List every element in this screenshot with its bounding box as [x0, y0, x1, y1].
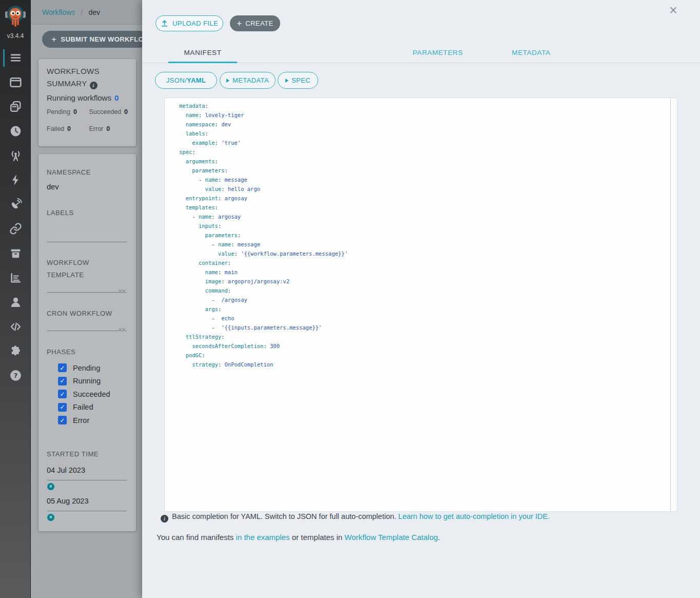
cron-workflow-label: CRON WORKFLOW	[47, 307, 112, 320]
breadcrumb-workflows-link[interactable]: Workflows	[42, 8, 75, 16]
breadcrumb-namespace: dev	[89, 8, 101, 16]
phase-label: Succeeded	[73, 390, 110, 398]
sidebar-item-bolt[interactable]	[0, 168, 31, 192]
phase-label: Running	[73, 377, 101, 385]
sidebar-item-archive[interactable]	[0, 241, 31, 266]
workflow-template-select[interactable]	[47, 292, 127, 293]
started-time-label: STARTED TIME	[47, 448, 99, 460]
satellite-icon	[9, 198, 22, 211]
start-date-input[interactable]: 04 Jul 2023	[47, 466, 85, 474]
sidebar-item-window[interactable]	[0, 70, 31, 95]
manifests-hint: You can find manifests in the examples o…	[157, 533, 440, 542]
code-line: parameters:	[179, 230, 348, 240]
running-count: 0	[114, 93, 119, 102]
tab-metadata[interactable]: METADATA	[497, 45, 566, 63]
link-icon	[9, 222, 22, 235]
code-line: spec:	[179, 147, 348, 157]
caret-right-icon	[285, 79, 288, 83]
json-label: JSON/	[166, 76, 187, 84]
sidebar-item-broadcast[interactable]	[0, 143, 31, 168]
end-date-underline	[47, 511, 127, 511]
breadcrumb-separator: /	[81, 8, 83, 16]
tab-parameters[interactable]: PARAMETERS	[403, 45, 472, 63]
summary-stats: Pending0Succeeded0Failed0Error0	[47, 106, 128, 135]
clear-start-date-button[interactable]: ×	[47, 483, 54, 490]
sidebar-item-code[interactable]	[0, 315, 31, 339]
copy-icon	[9, 100, 22, 113]
user-icon	[9, 296, 22, 308]
create-label: CREATE	[245, 20, 273, 27]
phase-label: Failed	[73, 403, 93, 411]
template-catalog-link[interactable]: Workflow Template Catalog	[344, 533, 438, 542]
sidebar-item-menu[interactable]	[0, 46, 31, 70]
labels-input[interactable]	[47, 242, 127, 242]
info-icon[interactable]: i	[90, 82, 98, 89]
code-line: - /argosay	[179, 295, 348, 304]
namespace-value[interactable]: dev	[47, 183, 59, 191]
code-line: name: main	[179, 267, 348, 277]
editor-scrollbar[interactable]	[670, 98, 677, 511]
chevron-down-icon[interactable]	[119, 327, 126, 331]
active-indicator	[3, 49, 5, 67]
json-yaml-toggle[interactable]: JSON/YAML	[155, 72, 217, 89]
metadata-expand-button[interactable]: METADATA	[220, 72, 276, 89]
sidebar-item-copy[interactable]	[0, 94, 31, 119]
cron-workflow-select[interactable]	[47, 331, 127, 331]
checkbox-succeeded[interactable]: ✓	[58, 390, 67, 398]
version-label: v3.4.4	[0, 32, 31, 40]
spec-expand-button[interactable]: SPEC	[278, 72, 318, 89]
check-icon: ✓	[60, 391, 65, 397]
phase-row-succeeded[interactable]: ✓Succeeded	[38, 388, 136, 401]
ide-autocompletion-link[interactable]: Learn how to get auto-completion in your…	[398, 512, 550, 520]
puzzle-icon	[9, 344, 22, 357]
checkbox-error[interactable]: ✓	[58, 416, 67, 425]
create-button[interactable]: + CREATE	[230, 15, 280, 31]
sidebar-item-puzzle[interactable]	[0, 339, 31, 363]
checkbox-running[interactable]: ✓	[58, 377, 67, 385]
filters-card: NAMESPACE dev LABELS WORKFLOW TEMPLATE C…	[38, 154, 136, 531]
code-line: strategy: OnPodCompletion	[179, 360, 348, 369]
code-line: - name: message	[179, 240, 348, 249]
phases-label: PHASES	[47, 346, 75, 358]
summary-stat: Pending0	[47, 106, 84, 118]
close-icon[interactable]: ×	[666, 3, 681, 18]
phase-label: Pending	[73, 364, 100, 372]
check-icon: ✓	[60, 404, 65, 410]
code-line: value: '{{workflow.parameters.message}}'	[179, 249, 348, 258]
left-nav: v3.4.4 ?	[0, 0, 31, 598]
namespace-label: NAMESPACE	[47, 166, 91, 179]
breadcrumb: Workflows / dev	[42, 8, 100, 17]
code-line: ttlStrategy:	[179, 332, 348, 341]
sidebar-item-help[interactable]: ?	[0, 363, 31, 388]
phase-row-error[interactable]: ✓Error	[38, 414, 136, 427]
check-icon: ✓	[60, 365, 65, 371]
phase-row-failed[interactable]: ✓Failed	[38, 401, 136, 414]
argo-logo[interactable]: v3.4.4	[0, 0, 31, 40]
sidebar-item-user[interactable]	[0, 290, 31, 315]
code-line: - name: message	[179, 175, 348, 184]
chevron-down-icon[interactable]	[119, 288, 126, 292]
manifest-editor[interactable]: metadata: name: lovely-tiger namespace: …	[164, 98, 677, 512]
clock-icon	[9, 125, 22, 138]
sidebar-item-clock[interactable]	[0, 119, 31, 144]
sidebar-item-link[interactable]	[0, 217, 31, 241]
upload-file-label: UPLOAD FILE	[172, 20, 218, 27]
upload-file-button[interactable]: UPLOAD FILE	[155, 15, 223, 31]
phase-row-running[interactable]: ✓Running	[38, 375, 136, 388]
summary-title: WORKFLOWS SUMMARYi	[47, 65, 128, 90]
checkbox-pending[interactable]: ✓	[58, 363, 67, 372]
checkbox-failed[interactable]: ✓	[58, 403, 67, 412]
sidebar-item-satellite[interactable]	[0, 192, 31, 217]
clear-end-date-button[interactable]: ×	[47, 514, 54, 521]
code-line: name: lovely-tiger	[179, 110, 348, 120]
code-line: - name: argosay	[179, 212, 348, 221]
examples-link[interactable]: in the examples	[236, 533, 290, 542]
phase-row-pending[interactable]: ✓Pending	[38, 361, 136, 375]
end-date-input[interactable]: 05 Aug 2023	[47, 497, 88, 505]
window-icon	[9, 76, 22, 89]
sidebar-item-chart[interactable]	[0, 265, 31, 290]
menu-icon	[9, 51, 22, 64]
submit-new-workflow-button[interactable]: + SUBMIT NEW WORKFLOW	[42, 31, 148, 48]
submit-new-workflow-label: SUBMIT NEW WORKFLOW	[61, 35, 148, 43]
tab-manifest[interactable]: MANIFEST	[168, 45, 237, 63]
